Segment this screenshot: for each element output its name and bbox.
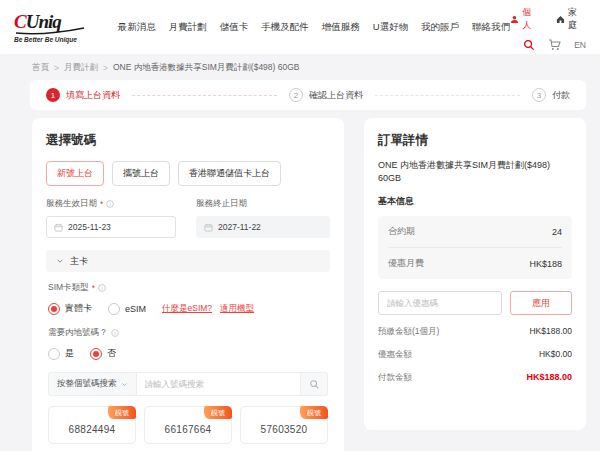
step-3-label: 付款 <box>552 89 570 102</box>
phone-number-option[interactable]: 靚號 68824494 <box>48 406 136 444</box>
phone-number: 68824494 <box>69 424 116 435</box>
mainland-number-options: 是 否 <box>48 347 328 360</box>
primary-card-header[interactable]: 主卡 <box>46 250 330 272</box>
number-search-input[interactable] <box>136 373 302 395</box>
main-content: 選擇號碼 新號上台 攜號上台 香港聯通儲值卡上台 服務生效日期 * i 2025… <box>32 118 600 451</box>
coupon-code-input[interactable] <box>378 291 502 315</box>
nav-item-prepaid[interactable]: 儲值卡 <box>220 21 249 34</box>
radio-mainland-no[interactable]: 否 <box>90 347 116 360</box>
primary-card-title: 主卡 <box>70 255 88 268</box>
main-nav: 最新消息 月費計劃 儲值卡 手機及配件 增值服務 U選好物 我的賬戶 聯絡我們 <box>118 21 510 34</box>
radio-esim-label: eSIM <box>125 304 146 314</box>
supported-models-link[interactable]: 適用機型 <box>220 303 254 315</box>
lucky-number-badge: 靚號 <box>108 406 136 419</box>
personal-label: 個人 <box>522 6 540 32</box>
discount-amount-value: HK$0.00 <box>539 349 572 361</box>
breadcrumb-monthly-plans[interactable]: 月費計劃 <box>64 62 98 74</box>
radio-mainland-no-label: 否 <box>107 347 116 360</box>
monthly-fee-row: 優惠月費 HK$188 <box>388 247 562 279</box>
header-right: 個人 家庭 EN <box>510 3 586 51</box>
home-icon <box>556 15 565 24</box>
payment-amount-value: HK$188.00 <box>526 372 572 384</box>
primary-card-body: SIM卡類型 * i 實體卡 eSIM 什麼是eSIM? <box>46 272 330 451</box>
family-account-link[interactable]: 家庭 <box>556 6 586 32</box>
step-1-number: 1 <box>46 88 60 102</box>
search-mode-select[interactable]: 按整個號碼搜索 <box>49 373 136 395</box>
radio-physical-sim[interactable]: 實體卡 <box>48 302 92 315</box>
info-icon[interactable]: i <box>111 329 119 337</box>
payment-amount-row: 付款金額 HK$188.00 <box>378 372 572 384</box>
radio-esim[interactable]: eSIM <box>108 303 146 315</box>
nav-item-news[interactable]: 最新消息 <box>118 21 156 34</box>
radio-esim-control <box>108 303 120 315</box>
page: CUniq Be Better Be Unique 最新消息 月費計劃 儲值卡 … <box>0 0 600 451</box>
search-icon[interactable] <box>523 39 535 51</box>
step-2-confirm-info: 2 確認上台資料 <box>289 88 363 102</box>
service-dates-row: 服務生效日期 * i 2025-11-23 服務終止日期 2 <box>46 198 330 238</box>
contract-period-label: 合約期 <box>388 225 415 238</box>
contract-period-value: 24 <box>552 227 562 237</box>
prepaid-amount-label: 預繳金額(1個月) <box>378 326 439 338</box>
svg-text:i: i <box>114 330 115 336</box>
tab-new-number[interactable]: 新號上台 <box>46 161 104 186</box>
sim-type-options: 實體卡 eSIM 什麼是eSIM? 適用機型 <box>48 302 328 315</box>
phone-number-option[interactable]: 靚號 57603520 <box>240 406 328 444</box>
apply-coupon-button[interactable]: 應用 <box>510 291 572 315</box>
cart-icon[interactable] <box>548 39 561 51</box>
end-date-field: 服務終止日期 2027-11-22 <box>196 198 330 238</box>
search-mode-label: 按整個號碼搜索 <box>57 378 117 390</box>
step-2-label: 確認上台資料 <box>309 89 363 102</box>
logo-tagline: Be Better Be Unique <box>14 36 112 43</box>
signup-type-tabs: 新號上台 攜號上台 香港聯通儲值卡上台 <box>46 161 330 186</box>
nav-item-ushop[interactable]: U選好物 <box>373 21 408 34</box>
info-icon[interactable]: i <box>106 200 114 208</box>
brand-logo[interactable]: CUniq Be Better Be Unique <box>14 11 112 43</box>
prepaid-amount-row: 預繳金額(1個月) HK$188.00 <box>378 326 572 338</box>
end-date-label-text: 服務終止日期 <box>196 198 247 210</box>
top-header: CUniq Be Better Be Unique 最新消息 月費計劃 儲值卡 … <box>0 0 600 54</box>
basic-info-label: 基本信息 <box>378 195 572 208</box>
radio-physical-sim-control <box>48 303 60 315</box>
mainland-number-label-text: 需要内地號碼？ <box>48 327 108 339</box>
tab-port-in[interactable]: 攜號上台 <box>112 161 170 186</box>
payment-amount-label: 付款金額 <box>378 372 412 384</box>
info-icon[interactable]: i <box>98 284 106 292</box>
breadcrumb-separator: > <box>103 63 108 73</box>
end-date-value: 2027-11-22 <box>218 222 261 232</box>
panel-title-choose-number: 選擇號碼 <box>46 132 330 149</box>
what-is-esim-link[interactable]: 什麼是eSIM? <box>162 303 212 315</box>
primary-card-section: 主卡 SIM卡類型 * i 實體卡 <box>46 250 330 451</box>
effective-date-label: 服務生效日期 * i <box>46 198 176 210</box>
monthly-fee-label: 優惠月費 <box>388 257 424 270</box>
account-row: 個人 家庭 <box>510 6 586 32</box>
nav-item-my-account[interactable]: 我的賬戶 <box>421 21 459 34</box>
plan-name: ONE 内地香港數據共享SIM月費計劃($498) 60GB <box>378 159 572 185</box>
nav-item-vas[interactable]: 增值服務 <box>322 21 360 34</box>
logo-rest: Uniq <box>26 11 61 32</box>
nav-item-monthly-plans[interactable]: 月費計劃 <box>169 21 207 34</box>
svg-text:i: i <box>101 285 102 291</box>
effective-date-field: 服務生效日期 * i 2025-11-23 <box>46 198 176 238</box>
phone-number: 57603520 <box>261 424 308 435</box>
svg-text:i: i <box>110 201 111 207</box>
phone-number-grid: 靚號 68824494 靚號 66167664 靚號 57603520 靚號 <box>48 406 328 451</box>
language-toggle[interactable]: EN <box>574 40 586 50</box>
steps-bar: 1 填寫上台資料 2 確認上台資料 3 付款 <box>30 80 586 110</box>
nav-item-contact[interactable]: 聯絡我們 <box>472 21 510 34</box>
utility-row: EN <box>523 39 586 51</box>
breadcrumb-home[interactable]: 首頁 <box>32 62 49 74</box>
effective-date-input[interactable]: 2025-11-23 <box>46 216 176 238</box>
personal-account-link[interactable]: 個人 <box>510 6 540 32</box>
step-3-number: 3 <box>532 88 546 102</box>
nav-item-phones-accessories[interactable]: 手機及配件 <box>261 21 309 34</box>
radio-mainland-yes[interactable]: 是 <box>48 347 74 360</box>
lucky-number-badge: 靚號 <box>204 406 232 419</box>
sim-type-label-text: SIM卡類型 <box>48 282 89 294</box>
calendar-icon <box>204 223 213 232</box>
tab-hk-unicom-prepaid[interactable]: 香港聯通儲值卡上台 <box>178 161 281 186</box>
number-selection-panel: 選擇號碼 新號上台 攜號上台 香港聯通儲值卡上台 服務生效日期 * i 2025… <box>32 118 344 451</box>
order-details-panel: 訂單詳情 ONE 内地香港數據共享SIM月費計劃($498) 60GB 基本信息… <box>364 118 586 430</box>
phone-number-option[interactable]: 靚號 66167664 <box>144 406 232 444</box>
discount-amount-label: 優惠金額 <box>378 349 412 361</box>
search-submit-icon[interactable] <box>301 373 327 395</box>
